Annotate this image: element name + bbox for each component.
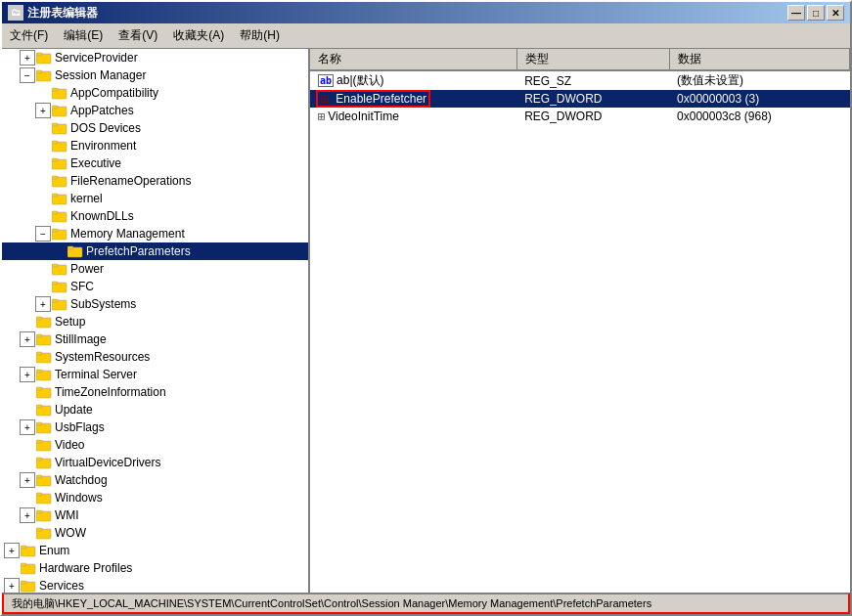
tree-item-video[interactable]: Video (2, 436, 308, 454)
menu-edit[interactable]: 编辑(E) (56, 25, 111, 46)
folder-icon-serviceprovider (36, 51, 52, 65)
folder-icon-usbflags (36, 420, 52, 434)
tree-item-hardwareprofiles[interactable]: Hardware Profiles (2, 559, 308, 577)
tree-item-memorymgmt[interactable]: − Memory Management (2, 225, 308, 242)
tree-item-sfc[interactable]: SFC (2, 278, 308, 295)
minimize-button[interactable]: — (787, 5, 805, 21)
tree-expander-enum[interactable]: + (4, 543, 20, 558)
folder-icon-subsystems (52, 297, 67, 311)
tree-item-prefetchparams[interactable]: PrefetchParameters (2, 242, 308, 260)
tree-expander-services[interactable]: + (4, 578, 20, 593)
tree-expander-usbflags[interactable]: + (20, 419, 35, 435)
tree-item-setup[interactable]: Setup (2, 313, 308, 330)
svg-rect-25 (52, 264, 58, 267)
col-name: 名称 (310, 49, 516, 70)
tree-item-dosdevices[interactable]: DOS Devices (2, 119, 308, 137)
maximize-button[interactable]: □ (807, 5, 825, 21)
table-row[interactable]: ⊞ EnablePrefetcherREG_DWORD0x00000003 (3… (310, 90, 850, 108)
tree-item-serviceprovider[interactable]: + ServiceProvider (2, 49, 308, 66)
folder-icon-environment (52, 139, 67, 153)
menu-view[interactable]: 查看(V) (111, 25, 165, 46)
tree-expander-empty-virtualdevicedrivers (20, 455, 35, 470)
folder-icon-update (36, 403, 52, 417)
svg-rect-59 (21, 563, 26, 566)
tree-item-update[interactable]: Update (2, 401, 308, 418)
tree-item-filerename[interactable]: FileRenameOperations (2, 172, 308, 190)
menu-favorites[interactable]: 收藏夹(A) (165, 25, 232, 46)
tree-item-usbflags[interactable]: + UsbFlags (2, 418, 308, 436)
svg-rect-11 (52, 141, 58, 144)
tree-item-sessionmanager[interactable]: − Session Manager (2, 66, 308, 84)
tree-item-kernel[interactable]: kernel (2, 190, 308, 207)
tree-item-apppatches[interactable]: + AppPatches (2, 102, 308, 119)
svg-rect-17 (52, 194, 58, 197)
tree-label-knowndlls: KnownDLLs (70, 209, 134, 223)
tree-item-executive[interactable]: Executive (2, 154, 308, 172)
svg-rect-31 (36, 317, 42, 320)
tree-expander-terminalserver[interactable]: + (20, 367, 35, 382)
tree-item-subsystems[interactable]: + SubSystems (2, 295, 308, 313)
tree-item-wmi[interactable]: + WMI (2, 506, 308, 524)
folder-icon-power (52, 262, 67, 276)
folder-icon-appcompat (52, 86, 67, 100)
tree-label-kernel: kernel (70, 192, 103, 205)
tree-label-prefetchparams: PrefetchParameters (86, 244, 191, 258)
tree-item-virtualdevicedrivers[interactable]: VirtualDeviceDrivers (2, 454, 308, 471)
reg-name-1: ⊞ EnablePrefetcher (310, 90, 516, 108)
tree-item-environment[interactable]: Environment (2, 137, 308, 154)
tree-expander-empty-windows (20, 490, 35, 506)
tree-expander-empty-knowndlls (35, 208, 51, 224)
tree-item-knowndlls[interactable]: KnownDLLs (2, 207, 308, 225)
tree-item-power[interactable]: Power (2, 260, 308, 278)
tree-expander-empty-hardwareprofiles (4, 560, 20, 576)
svg-rect-49 (36, 475, 42, 478)
folder-icon-knowndlls (52, 209, 67, 223)
tree-expander-empty-power (35, 261, 51, 277)
tree-expander-empty-update (20, 402, 35, 418)
table-row[interactable]: ⊞VideoInitTimeREG_DWORD0x000003c8 (968) (310, 108, 850, 125)
tree-item-terminalserver[interactable]: + Terminal Server (2, 366, 308, 383)
tree-expander-empty-dosdevices (35, 120, 51, 136)
tree-expander-apppatches[interactable]: + (35, 103, 51, 118)
tree-expander-serviceprovider[interactable]: + (20, 50, 35, 66)
tree-expander-wmi[interactable]: + (20, 507, 35, 523)
menu-help[interactable]: 帮助(H) (232, 25, 288, 46)
tree-label-wow: WOW (55, 526, 86, 540)
tree-item-windows[interactable]: Windows (2, 489, 308, 506)
tree-label-video: Video (55, 438, 84, 452)
tree-item-systemresources[interactable]: SystemResources (2, 348, 308, 366)
tree-expander-sessionmanager[interactable]: − (20, 67, 35, 83)
tree-item-stillimage[interactable]: + StillImage (2, 330, 308, 348)
folder-icon-memorymgmt (52, 227, 67, 241)
tree-label-executive: Executive (70, 156, 121, 170)
tree-label-stillimage: StillImage (55, 332, 107, 346)
folder-icon-wmi (36, 508, 52, 522)
tree-item-timezoneinformation[interactable]: TimeZoneInformation (2, 383, 308, 401)
col-data: 数据 (669, 49, 849, 70)
tree-expander-empty-filerename (35, 173, 51, 189)
close-button[interactable]: ✕ (827, 5, 844, 21)
reg-type-1: REG_DWORD (516, 90, 669, 108)
tree-expander-empty-executive (35, 155, 51, 171)
tree-label-enum: Enum (39, 544, 69, 557)
tree-pane[interactable]: + ServiceProvider− Session Manager AppCo… (2, 49, 310, 593)
tree-item-appcompat[interactable]: AppCompatibility (2, 84, 308, 102)
tree-item-watchdog[interactable]: + Watchdog (2, 471, 308, 489)
tree-expander-subsystems[interactable]: + (35, 296, 51, 312)
tree-label-hardwareprofiles: Hardware Profiles (39, 561, 132, 575)
svg-rect-53 (36, 510, 42, 513)
folder-icon-wow (36, 526, 52, 540)
tree-label-sfc: SFC (70, 280, 94, 293)
tree-item-services[interactable]: + Services (2, 577, 308, 593)
table-row[interactable]: abab|(默认)REG_SZ(数值未设置) (310, 70, 850, 90)
svg-rect-19 (52, 211, 58, 214)
menu-file[interactable]: 文件(F) (2, 25, 56, 46)
tree-item-wow[interactable]: WOW (2, 524, 308, 542)
tree-label-services: Services (39, 579, 84, 593)
tree-expander-empty-appcompat (35, 85, 51, 101)
tree-item-enum[interactable]: + Enum (2, 542, 308, 559)
tree-expander-stillimage[interactable]: + (20, 331, 35, 347)
tree-expander-memorymgmt[interactable]: − (35, 226, 51, 242)
tree-expander-watchdog[interactable]: + (20, 472, 35, 488)
folder-icon-video (36, 438, 52, 452)
